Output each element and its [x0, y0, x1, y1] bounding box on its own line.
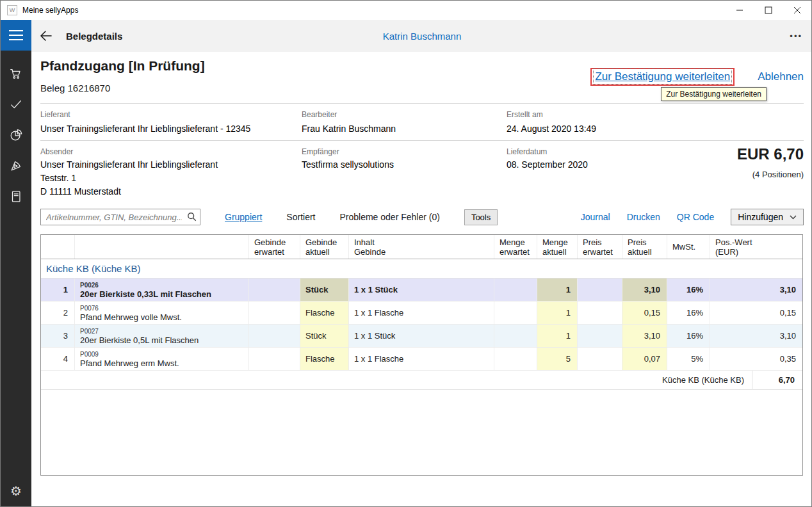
more-options-icon[interactable]: •••: [790, 31, 802, 41]
qr-code-link[interactable]: QR Code: [677, 212, 714, 222]
sidebar: ⚙: [1, 20, 31, 507]
group-total-value: 6,70: [752, 371, 802, 389]
table-empty-area: [41, 390, 802, 475]
gebinde-aktuell-cell[interactable]: Flasche: [300, 302, 349, 324]
book-icon[interactable]: [1, 181, 31, 212]
pos-wert-cell: 3,10: [710, 325, 802, 347]
table-row[interactable]: 2 P0076Pfand Mehrweg volle Mwst. Flasche…: [41, 302, 802, 325]
tools-button[interactable]: Tools: [464, 209, 498, 225]
menge-aktuell-cell[interactable]: 1: [537, 325, 578, 347]
add-dropdown-button[interactable]: Hinzufügen: [731, 209, 804, 225]
position-count: (4 Positionen): [752, 170, 804, 179]
mwst-cell: 16%: [667, 325, 710, 347]
menge-aktuell-cell[interactable]: 5: [537, 348, 578, 370]
inhalt-gebinde-cell: 1 x 1 Flasche: [349, 348, 494, 370]
cart-icon[interactable]: [1, 58, 31, 89]
sender-address: Unser Trainingslieferant Ihr Lieblingsli…: [40, 158, 218, 198]
current-user[interactable]: Katrin Buschmann: [31, 31, 812, 42]
row-number: 1: [41, 278, 75, 301]
col-pos-wert: Pos.-Wert(EUR): [710, 235, 802, 259]
gebinde-erwartet-cell: [249, 302, 300, 324]
pos-wert-cell: 0,15: [710, 302, 802, 324]
row-number: 3: [41, 325, 75, 347]
field-label: Bearbeiter: [302, 110, 337, 119]
col-gebinde-aktuell: Gebindeaktuell: [300, 235, 349, 259]
content-area: Pfandzugang [In Prüfung] Beleg 16216870 …: [31, 52, 812, 507]
row-number: 2: [41, 302, 75, 324]
gebinde-aktuell-cell[interactable]: Stück: [300, 325, 349, 347]
inhalt-gebinde-cell: 1 x 1 Flasche: [349, 302, 494, 324]
app-title: Meine sellyApps: [22, 6, 78, 15]
preis-erwartet-cell: [578, 302, 622, 324]
reject-link[interactable]: Ablehnen: [758, 70, 804, 83]
menge-erwartet-cell: [494, 302, 537, 324]
field-label: Lieferdatum: [507, 147, 547, 156]
back-arrow-icon[interactable]: [31, 20, 61, 52]
print-link[interactable]: Drucken: [627, 212, 660, 222]
document-title: Pfandzugang [In Prüfung]: [40, 58, 205, 74]
minimize-button[interactable]: [725, 1, 754, 20]
page-title: Belegdetails: [66, 31, 122, 42]
journal-link[interactable]: Journal: [581, 212, 610, 222]
pizza-slice-icon[interactable]: [1, 150, 31, 181]
field-label: Lieferant: [40, 110, 70, 119]
preis-aktuell-cell[interactable]: 0,07: [622, 348, 667, 370]
search-icon[interactable]: [187, 212, 197, 224]
divider: [40, 140, 804, 141]
table-row[interactable]: 1 P002620er Bierkiste 0,33L mit Flaschen…: [41, 278, 802, 302]
checkmark-icon[interactable]: [1, 89, 31, 120]
app-window: W Meine sellyApps ⚙ Belegdetai: [0, 0, 812, 507]
menge-erwartet-cell: [494, 325, 537, 347]
article-cell: P0076Pfand Mehrweg volle Mwst.: [75, 302, 249, 324]
close-button[interactable]: [783, 1, 811, 20]
maximize-button[interactable]: [754, 1, 783, 20]
col-inhalt-gebinde: InhaltGebinde: [349, 235, 494, 259]
problems-toggle[interactable]: Probleme oder Fehler (0): [339, 212, 439, 222]
col-menge-erwartet: Mengeerwartet: [494, 235, 537, 259]
group-total-row: Küche KB (Küche KB) 6,70: [41, 371, 802, 390]
field-value: Unser Trainingslieferant Ihr Lieblingsli…: [40, 124, 250, 134]
search-input[interactable]: [40, 209, 200, 225]
pos-wert-cell: 3,10: [710, 278, 802, 301]
article-cell: P002720er Bierkiste 0,5L mit Flaschen: [75, 325, 249, 347]
menge-erwartet-cell: [494, 278, 537, 301]
article-cell: P002620er Bierkiste 0,33L mit Flaschen: [75, 278, 249, 301]
menge-aktuell-cell[interactable]: 1: [537, 278, 578, 301]
hamburger-menu-icon[interactable]: [1, 20, 31, 51]
gebinde-aktuell-cell[interactable]: Flasche: [300, 348, 349, 370]
mwst-cell: 16%: [667, 302, 710, 324]
table-row[interactable]: 4 P0009Pfand Mehrweg erm Mwst. Flasche 1…: [41, 348, 802, 371]
table-row[interactable]: 3 P002720er Bierkiste 0,5L mit Flaschen …: [41, 325, 802, 348]
title-bar: W Meine sellyApps: [1, 1, 811, 20]
col-preis-erwartet: Preiserwartet: [578, 235, 622, 259]
pos-wert-cell: 0,35: [710, 348, 802, 370]
search-field-wrap: [40, 209, 200, 225]
col-preis-aktuell: Preisaktuell: [622, 235, 667, 259]
field-label: Empfänger: [302, 147, 339, 156]
chevron-down-icon: [790, 215, 797, 220]
mwst-cell: 5%: [667, 348, 710, 370]
col-article: [75, 235, 249, 259]
app-icon: W: [7, 5, 17, 15]
field-label: Erstellt am: [507, 110, 543, 119]
delivery-date: 08. September 2020: [507, 158, 588, 172]
nav-bar: Belegdetails Katrin Buschmann •••: [31, 20, 812, 52]
preis-aktuell-cell[interactable]: 3,10: [622, 325, 667, 347]
forward-for-confirmation-link[interactable]: Zur Bestätigung weiterleiten: [595, 70, 730, 83]
gebinde-erwartet-cell: [249, 348, 300, 370]
preis-erwartet-cell: [578, 348, 622, 370]
positions-table: Gebindeerwartet Gebindeaktuell InhaltGeb…: [40, 234, 803, 476]
gebinde-aktuell-cell[interactable]: Stück: [300, 278, 349, 301]
article-cell: P0009Pfand Mehrweg erm Mwst.: [75, 348, 249, 370]
menge-aktuell-cell[interactable]: 1: [537, 302, 578, 324]
preis-aktuell-cell[interactable]: 3,10: [622, 278, 667, 301]
gear-icon[interactable]: ⚙: [1, 478, 31, 504]
preis-aktuell-cell[interactable]: 0,15: [622, 302, 667, 324]
gebinde-erwartet-cell: [249, 278, 300, 301]
sorted-toggle[interactable]: Sortiert: [286, 212, 315, 222]
grouped-toggle[interactable]: Gruppiert: [225, 212, 262, 222]
field-value: 24. August 2020 13:49: [507, 124, 596, 134]
inhalt-gebinde-cell: 1 x 1 Stück: [349, 325, 494, 347]
field-value: Frau Katrin Buschmann: [302, 124, 396, 134]
pie-chart-icon[interactable]: [1, 120, 31, 150]
